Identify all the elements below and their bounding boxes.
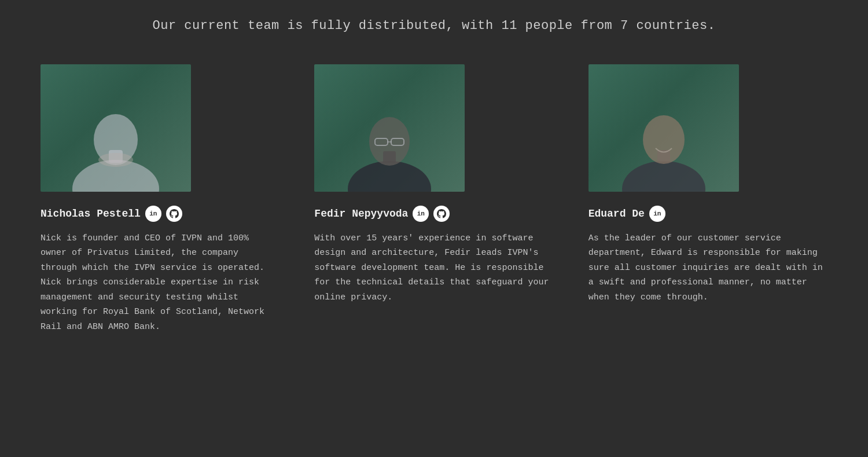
fedir-bio: With over 15 years' experience in softwa… [314, 231, 553, 305]
nick-header: Nicholas Pestell in [41, 206, 279, 222]
eduard-name: Eduard De [589, 208, 645, 220]
eduard-bio: As the leader of our customer service de… [589, 231, 827, 305]
team-card-fedir: Fedir Nepyyvoda in With over 15 years' e… [314, 64, 553, 335]
nick-linkedin[interactable]: in [145, 206, 161, 222]
fedir-name: Fedir Nepyyvoda [314, 208, 408, 220]
eduard-linkedin[interactable]: in [649, 206, 665, 222]
nick-github[interactable] [166, 206, 182, 222]
fedir-silhouette [337, 82, 442, 192]
team-card-nick: Nicholas Pestell in Nick is founder and … [41, 64, 279, 335]
page-wrapper: Our current team is fully distributed, w… [0, 0, 868, 369]
github-icon [170, 209, 179, 218]
fedir-linkedin[interactable]: in [413, 206, 429, 222]
team-tagline: Our current team is fully distributed, w… [35, 17, 833, 35]
photo-eduard [589, 64, 739, 192]
fedir-github[interactable] [433, 206, 450, 222]
team-grid: Nicholas Pestell in Nick is founder and … [35, 64, 833, 335]
github-icon-fedir [437, 209, 446, 218]
eduard-silhouette [612, 82, 716, 192]
photo-fedir [314, 64, 465, 192]
fedir-header: Fedir Nepyyvoda in [314, 206, 553, 222]
svg-point-12 [643, 115, 685, 164]
nick-bio: Nick is founder and CEO of IVPN and 100%… [41, 231, 279, 335]
eduard-header: Eduard De in [589, 206, 827, 222]
photo-nick [41, 64, 191, 192]
svg-point-10 [622, 161, 705, 192]
svg-point-3 [98, 153, 133, 167]
nick-name: Nicholas Pestell [41, 208, 141, 220]
team-card-eduard: Eduard De in As the leader of our custom… [589, 64, 827, 335]
nick-silhouette [64, 82, 168, 192]
